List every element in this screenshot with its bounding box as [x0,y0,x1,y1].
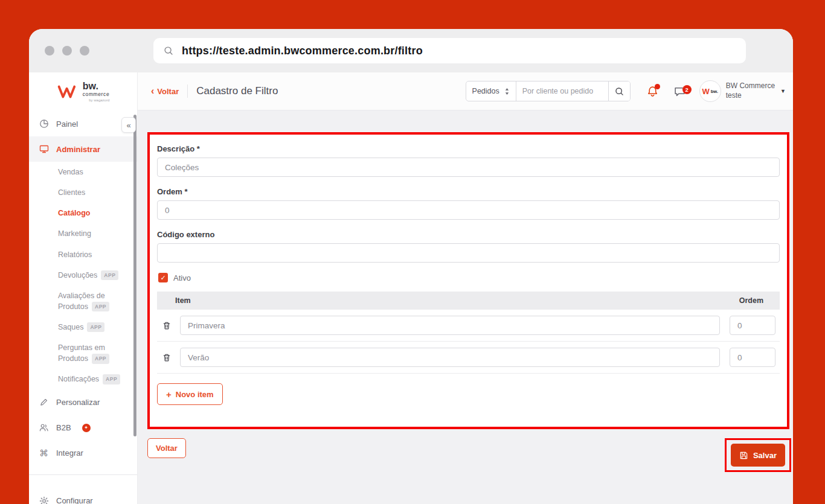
url-text: https://teste.admin.bwcommerce.com.br/fi… [182,45,423,57]
global-search: Pedidos [466,81,631,101]
sidebar-item-label: Administrar [56,145,100,154]
sidebar-item-configurar[interactable]: Configurar [29,488,137,504]
back-button[interactable]: Voltar [147,438,186,458]
sidebar-item-label: B2B [56,423,71,432]
sidebar-item-relatorios[interactable]: Relatórios [29,244,137,265]
sidebar-divider [29,474,137,475]
sidebar-item-label: Catálogo [58,209,90,217]
sidebar-nav: Painel Administrar Vendas Clientes Catál… [29,111,137,504]
order-column-header: Ordem [739,296,763,305]
people-icon [39,423,49,433]
save-disk-icon [739,451,748,460]
item-order-input[interactable] [730,348,775,367]
sidebar: bw. commerce by wagazord Painel [29,72,138,504]
search-icon [614,86,624,97]
sidebar-item-b2b[interactable]: B2B [29,415,137,441]
ordem-label: Ordem * [157,187,780,196]
sidebar-item-devolucoes[interactable]: DevoluçõesAPP [29,265,137,285]
avatar-logo-text: bw. [711,89,718,94]
filter-form-annotation-box: Descrição * Ordem * Código externo Ativo [147,132,789,429]
sidebar-item-saques[interactable]: SaquesAPP [29,317,137,337]
sidebar-item-label: Painel [56,120,78,129]
sidebar-item-label: Clientes [58,188,85,197]
chevron-down-icon[interactable] [780,88,786,94]
app-logo[interactable]: bw. commerce by wagazord [29,72,137,111]
trash-icon [162,321,171,330]
notification-dot [655,84,660,89]
item-name-input[interactable] [180,348,720,367]
delete-item-button[interactable] [161,321,173,330]
sidebar-item-administrar[interactable]: Administrar [29,136,137,162]
save-button[interactable]: Salvar [731,444,785,467]
account-name: BW Commerce [726,81,775,91]
descricao-input[interactable] [157,158,780,177]
search-input[interactable] [516,81,608,101]
notifications-button[interactable] [646,85,659,98]
plus-icon [166,389,172,400]
sidebar-scrollbar[interactable] [133,115,136,436]
app-badge: APP [92,354,109,363]
window-controls [45,46,89,56]
sidebar-item-label: Relatórios [58,250,92,259]
sidebar-item-label: Devoluções [58,271,97,279]
sidebar-collapse-button[interactable] [121,117,136,133]
pencil-icon [39,397,49,407]
window-dot[interactable] [45,46,54,56]
footer-actions: Voltar Salvar [147,438,791,472]
pie-chart-icon [39,119,49,129]
item-order-input[interactable] [730,316,775,335]
codigo-externo-label: Código externo [157,230,780,239]
back-link-label: Voltar [157,87,179,96]
descricao-label: Descrição * [157,144,780,153]
ativo-checkbox[interactable] [158,273,168,282]
ativo-label: Ativo [173,273,191,282]
sidebar-item-vendas[interactable]: Vendas [29,162,137,182]
window-dot[interactable] [80,46,89,56]
page-title: Cadastro de Filtro [196,85,278,97]
app-badge: APP [87,322,104,332]
account-user: teste [726,91,775,101]
search-scope-value: Pedidos [472,87,499,95]
sidebar-item-personalizar[interactable]: Personalizar [29,390,137,415]
window-dot[interactable] [62,46,72,56]
chevron-left-icon [151,86,154,96]
page-header: Voltar Cadastro de Filtro Pedidos [138,72,793,110]
account-menu[interactable]: BW Commerce teste [726,81,775,100]
logo-sub: commerce [83,92,109,97]
table-row [157,342,780,374]
gear-icon [39,496,49,504]
sidebar-item-label: Vendas [58,168,83,176]
item-name-input[interactable] [180,316,720,335]
new-item-label: Novo item [176,390,214,399]
sidebar-item-integrar[interactable]: ⌘ Integrar [29,441,137,466]
sidebar-item-catalogo[interactable]: Catálogo [29,203,137,223]
app-badge: APP [92,302,109,311]
sidebar-item-clientes[interactable]: Clientes [29,182,137,203]
app-badge: APP [103,374,120,384]
command-icon: ⌘ [39,448,49,458]
ordem-input[interactable] [157,200,780,220]
sidebar-item-label: Saques [58,323,83,331]
sidebar-item-notificacoes[interactable]: NotificaçõesAPP [29,369,137,389]
sidebar-item-perguntas[interactable]: Perguntas em ProdutosAPP [29,337,137,369]
new-item-button[interactable]: Novo item [157,383,223,405]
address-bar[interactable]: https://teste.admin.bwcommerce.com.br/fi… [153,38,746,63]
table-row [157,310,780,342]
save-annotation-box: Salvar [725,438,791,472]
delete-item-button[interactable] [161,353,173,362]
avatar[interactable]: W bw. [699,80,721,102]
search-button[interactable] [608,81,630,101]
avatar-logo-icon: W [702,87,709,96]
browser-chrome: https://teste.admin.bwcommerce.com.br/fi… [29,29,793,72]
messages-button[interactable]: 2 [673,85,686,98]
monitor-icon [39,144,49,155]
sidebar-item-avaliacoes[interactable]: Avaliações de ProdutosAPP [29,285,137,317]
codigo-externo-input[interactable] [157,243,780,263]
sidebar-item-label: Personalizar [56,398,100,407]
sidebar-item-label: Configurar [56,496,93,504]
sidebar-item-label: Marketing [58,229,91,238]
back-link[interactable]: Voltar [151,86,179,96]
sidebar-item-marketing[interactable]: Marketing [29,223,137,244]
search-scope-select[interactable]: Pedidos [466,81,516,101]
item-column-header: Item [175,296,191,305]
